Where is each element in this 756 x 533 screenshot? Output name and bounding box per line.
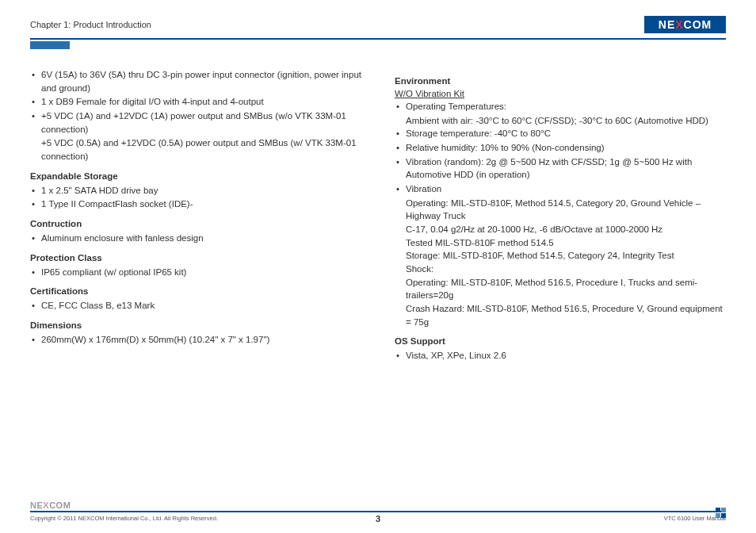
vib-sub: Storage: MIL-STD-810F, Method 514.5, Cat…: [395, 249, 726, 263]
page-header: Chapter 1: Product Introduction NEXCOM: [30, 16, 726, 33]
accent-bar: [30, 41, 70, 49]
nexcom-logo: NEXCOM: [644, 16, 726, 33]
construction-heading: Contruction: [30, 219, 361, 228]
dim-heading: Dimensions: [30, 320, 361, 330]
footer-accent-icon: [716, 508, 726, 512]
content-body: 6V (15A) to 36V (5A) thru DC 3-pin power…: [30, 68, 726, 363]
vib-sub: Operating: MIL-STD-810F, Method 514.5, C…: [395, 197, 726, 223]
cert-list: CE, FCC Class B, e13 Mark: [30, 299, 361, 313]
vib-sub: Shock:: [395, 263, 726, 276]
protection-heading: Protection Class: [30, 253, 361, 263]
protection-list: IP65 compliant (w/ optional IP65 kit): [30, 266, 361, 279]
power-list: 6V (15A) to 36V (5A) thru DC 3-pin power…: [30, 68, 361, 136]
vibration-kit-label: W/O Vibration Kit: [395, 89, 726, 98]
vib-sub: C-17, 0.04 g2/Hz at 20-1000 Hz, -6 dB/Oc…: [395, 223, 726, 236]
footer-rule: [30, 511, 726, 512]
chapter-title: Chapter 1: Product Introduction: [30, 20, 151, 29]
env-sub: Ambient with air: -30°C to 60°C (CF/SSD)…: [395, 114, 726, 128]
storage-heading: Expandable Storage: [30, 171, 361, 181]
os-heading: OS Support: [395, 336, 726, 346]
left-column: 6V (15A) to 36V (5A) thru DC 3-pin power…: [30, 68, 361, 363]
list-item: IP65 compliant (w/ optional IP65 kit): [30, 266, 361, 279]
vib-sub: Crash Hazard: MIL-STD-810F, Method 516.5…: [395, 302, 726, 328]
construction-list: Aluminum enclosure with fanless design: [30, 232, 361, 245]
list-item: Vibration (random): 2g @ 5~500 Hz with C…: [395, 155, 726, 182]
list-item: 1 x DB9 Female for digital I/O with 4-in…: [30, 95, 361, 109]
env-list: Operating Temperatures:: [395, 100, 726, 113]
list-item: Vibration: [395, 182, 726, 196]
copyright-text: Copyright © 2011 NEXCOM International Co…: [30, 515, 218, 522]
list-item: Relative humidity: 10% to 90% (Non-conde…: [395, 141, 726, 155]
vib-sub: Tested MIL-STD-810F method 514.5: [395, 236, 726, 250]
logo-text: NEXCOM: [659, 18, 712, 31]
power-sub: +5 VDC (0.5A) and +12VDC (0.5A) power ou…: [30, 136, 361, 163]
footer-row: Copyright © 2011 NEXCOM International Co…: [30, 515, 726, 522]
list-item: 1 Type II CompactFlash socket (IDE)-: [30, 197, 361, 211]
page-number: 3: [376, 514, 380, 523]
list-item: Aluminum enclosure with fanless design: [30, 232, 361, 245]
footer-logo-text: NEXCOM: [30, 500, 71, 510]
right-column: Environment W/O Vibration Kit Operating …: [395, 68, 726, 363]
list-item: +5 VDC (1A) and +12VDC (1A) power output…: [30, 109, 361, 136]
page-footer: NEXCOM Copyright © 2011 NEXCOM Internati…: [30, 499, 726, 522]
footer-logo: NEXCOM: [30, 499, 87, 511]
header-rule: [30, 38, 726, 40]
env-list-2: Storage temperature: -40°C to 80°C Relat…: [395, 127, 726, 195]
os-list: Vista, XP, XPe, Linux 2.6: [395, 349, 726, 362]
env-heading: Environment: [395, 76, 726, 86]
list-item: CE, FCC Class B, e13 Mark: [30, 299, 361, 313]
list-item: 6V (15A) to 36V (5A) thru DC 3-pin power…: [30, 68, 361, 94]
storage-list: 1 x 2.5" SATA HDD drive bay 1 Type II Co…: [30, 184, 361, 211]
vib-sub: Operating: MIL-STD-810F, Method 516.5, P…: [395, 276, 726, 302]
dim-list: 260mm(W) x 176mm(D) x 50mm(H) (10.24" x …: [30, 333, 361, 347]
list-item: Operating Temperatures:: [395, 100, 726, 113]
list-item: Vista, XP, XPe, Linux 2.6: [395, 349, 726, 362]
list-item: 1 x 2.5" SATA HDD drive bay: [30, 184, 361, 197]
cert-heading: Certifications: [30, 286, 361, 296]
list-item: 260mm(W) x 176mm(D) x 50mm(H) (10.24" x …: [30, 333, 361, 347]
list-item: Storage temperature: -40°C to 80°C: [395, 127, 726, 140]
